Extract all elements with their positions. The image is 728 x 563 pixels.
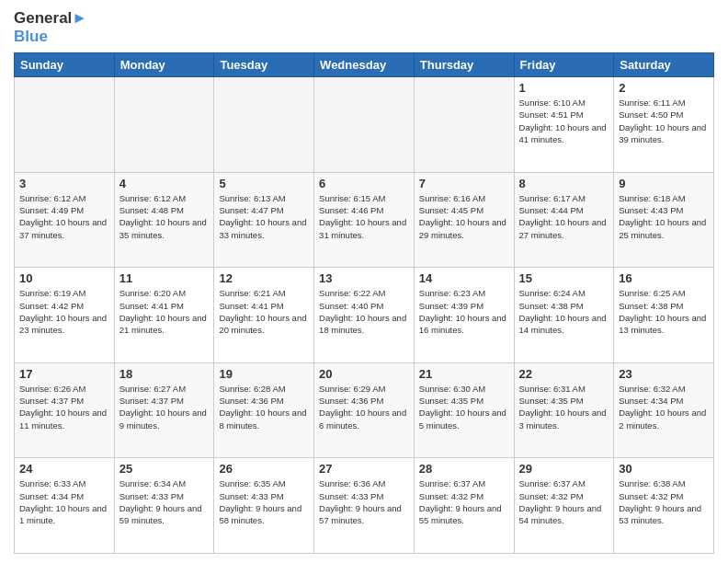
day-number: 27	[319, 462, 409, 476]
day-cell: 6Sunrise: 6:15 AM Sunset: 4:46 PM Daylig…	[314, 172, 415, 268]
day-number: 17	[19, 367, 109, 381]
day-info: Sunrise: 6:35 AM Sunset: 4:33 PM Dayligh…	[219, 477, 309, 526]
day-cell: 4Sunrise: 6:12 AM Sunset: 4:48 PM Daylig…	[114, 172, 214, 268]
day-cell: 13Sunrise: 6:22 AM Sunset: 4:40 PM Dayli…	[314, 268, 415, 363]
day-info: Sunrise: 6:12 AM Sunset: 4:48 PM Dayligh…	[119, 192, 210, 241]
day-number: 30	[619, 462, 709, 476]
day-number: 19	[219, 367, 309, 381]
day-info: Sunrise: 6:38 AM Sunset: 4:32 PM Dayligh…	[619, 477, 709, 526]
day-cell: 19Sunrise: 6:28 AM Sunset: 4:36 PM Dayli…	[214, 362, 314, 458]
day-number: 16	[619, 271, 709, 285]
weekday-header-friday: Friday	[514, 53, 614, 77]
weekday-header-thursday: Thursday	[414, 53, 514, 77]
day-cell	[414, 77, 514, 173]
day-number: 1	[519, 81, 609, 95]
day-info: Sunrise: 6:12 AM Sunset: 4:49 PM Dayligh…	[19, 192, 109, 241]
weekday-header-wednesday: Wednesday	[314, 53, 415, 77]
day-cell: 8Sunrise: 6:17 AM Sunset: 4:44 PM Daylig…	[514, 172, 614, 268]
day-info: Sunrise: 6:25 AM Sunset: 4:38 PM Dayligh…	[619, 287, 709, 336]
day-cell: 3Sunrise: 6:12 AM Sunset: 4:49 PM Daylig…	[15, 172, 115, 268]
week-row-5: 24Sunrise: 6:33 AM Sunset: 4:34 PM Dayli…	[15, 458, 714, 554]
day-number: 22	[519, 367, 609, 381]
day-cell: 2Sunrise: 6:11 AM Sunset: 4:50 PM Daylig…	[614, 77, 714, 173]
day-info: Sunrise: 6:15 AM Sunset: 4:46 PM Dayligh…	[319, 192, 409, 241]
day-cell	[214, 77, 314, 173]
calendar-table: SundayMondayTuesdayWednesdayThursdayFrid…	[14, 52, 714, 554]
day-info: Sunrise: 6:17 AM Sunset: 4:44 PM Dayligh…	[519, 192, 609, 241]
week-row-4: 17Sunrise: 6:26 AM Sunset: 4:37 PM Dayli…	[15, 362, 714, 458]
day-info: Sunrise: 6:28 AM Sunset: 4:36 PM Dayligh…	[219, 383, 309, 431]
day-info: Sunrise: 6:21 AM Sunset: 4:41 PM Dayligh…	[219, 287, 309, 336]
day-number: 28	[419, 462, 509, 476]
day-info: Sunrise: 6:11 AM Sunset: 4:50 PM Dayligh…	[619, 97, 709, 145]
day-cell	[15, 77, 115, 173]
day-number: 29	[519, 462, 609, 476]
day-cell: 29Sunrise: 6:37 AM Sunset: 4:32 PM Dayli…	[514, 458, 614, 554]
day-number: 3	[19, 177, 109, 190]
day-number: 11	[119, 271, 210, 285]
day-cell: 9Sunrise: 6:18 AM Sunset: 4:43 PM Daylig…	[614, 172, 714, 268]
page: General► Blue SundayMondayTuesdayWednesd…	[0, 0, 728, 563]
day-number: 10	[19, 271, 109, 285]
day-cell: 27Sunrise: 6:36 AM Sunset: 4:33 PM Dayli…	[314, 458, 415, 554]
day-cell: 11Sunrise: 6:20 AM Sunset: 4:41 PM Dayli…	[114, 268, 214, 363]
day-cell: 7Sunrise: 6:16 AM Sunset: 4:45 PM Daylig…	[414, 172, 514, 268]
day-cell: 21Sunrise: 6:30 AM Sunset: 4:35 PM Dayli…	[414, 362, 514, 458]
day-number: 21	[419, 367, 509, 381]
day-cell: 23Sunrise: 6:32 AM Sunset: 4:34 PM Dayli…	[614, 362, 714, 458]
week-row-1: 1Sunrise: 6:10 AM Sunset: 4:51 PM Daylig…	[15, 77, 714, 173]
day-info: Sunrise: 6:33 AM Sunset: 4:34 PM Dayligh…	[19, 477, 109, 526]
day-cell: 18Sunrise: 6:27 AM Sunset: 4:37 PM Dayli…	[114, 362, 214, 458]
day-cell: 15Sunrise: 6:24 AM Sunset: 4:38 PM Dayli…	[514, 268, 614, 363]
day-info: Sunrise: 6:27 AM Sunset: 4:37 PM Dayligh…	[119, 383, 210, 431]
day-cell: 17Sunrise: 6:26 AM Sunset: 4:37 PM Dayli…	[15, 362, 115, 458]
day-info: Sunrise: 6:32 AM Sunset: 4:34 PM Dayligh…	[619, 383, 709, 431]
day-cell: 14Sunrise: 6:23 AM Sunset: 4:39 PM Dayli…	[414, 268, 514, 363]
day-info: Sunrise: 6:10 AM Sunset: 4:51 PM Dayligh…	[519, 97, 609, 145]
day-number: 24	[19, 462, 109, 476]
day-cell: 26Sunrise: 6:35 AM Sunset: 4:33 PM Dayli…	[214, 458, 314, 554]
day-number: 25	[119, 462, 210, 476]
day-info: Sunrise: 6:36 AM Sunset: 4:33 PM Dayligh…	[319, 477, 409, 526]
week-row-3: 10Sunrise: 6:19 AM Sunset: 4:42 PM Dayli…	[15, 268, 714, 363]
day-info: Sunrise: 6:22 AM Sunset: 4:40 PM Dayligh…	[319, 287, 409, 336]
day-number: 5	[219, 177, 309, 190]
day-number: 7	[419, 177, 509, 190]
day-info: Sunrise: 6:37 AM Sunset: 4:32 PM Dayligh…	[419, 477, 509, 526]
day-info: Sunrise: 6:24 AM Sunset: 4:38 PM Dayligh…	[519, 287, 609, 336]
day-cell: 16Sunrise: 6:25 AM Sunset: 4:38 PM Dayli…	[614, 268, 714, 363]
logo-text: General► Blue	[14, 9, 87, 45]
day-cell: 10Sunrise: 6:19 AM Sunset: 4:42 PM Dayli…	[15, 268, 115, 363]
day-cell: 20Sunrise: 6:29 AM Sunset: 4:36 PM Dayli…	[314, 362, 415, 458]
day-cell: 1Sunrise: 6:10 AM Sunset: 4:51 PM Daylig…	[514, 77, 614, 173]
week-row-2: 3Sunrise: 6:12 AM Sunset: 4:49 PM Daylig…	[15, 172, 714, 268]
day-info: Sunrise: 6:29 AM Sunset: 4:36 PM Dayligh…	[319, 383, 409, 431]
day-number: 23	[619, 367, 709, 381]
day-cell: 12Sunrise: 6:21 AM Sunset: 4:41 PM Dayli…	[214, 268, 314, 363]
weekday-header-monday: Monday	[114, 53, 214, 77]
day-cell: 5Sunrise: 6:13 AM Sunset: 4:47 PM Daylig…	[214, 172, 314, 268]
day-number: 2	[619, 81, 709, 95]
weekday-header-saturday: Saturday	[614, 53, 714, 77]
day-number: 8	[519, 177, 609, 190]
day-number: 18	[119, 367, 210, 381]
day-info: Sunrise: 6:31 AM Sunset: 4:35 PM Dayligh…	[519, 383, 609, 431]
day-cell: 30Sunrise: 6:38 AM Sunset: 4:32 PM Dayli…	[614, 458, 714, 554]
day-info: Sunrise: 6:30 AM Sunset: 4:35 PM Dayligh…	[419, 383, 509, 431]
day-number: 9	[619, 177, 709, 190]
day-cell	[314, 77, 415, 173]
day-cell: 24Sunrise: 6:33 AM Sunset: 4:34 PM Dayli…	[15, 458, 115, 554]
day-info: Sunrise: 6:34 AM Sunset: 4:33 PM Dayligh…	[119, 477, 210, 526]
weekday-header-row: SundayMondayTuesdayWednesdayThursdayFrid…	[15, 53, 714, 77]
day-number: 4	[119, 177, 210, 190]
day-number: 20	[319, 367, 409, 381]
day-number: 12	[219, 271, 309, 285]
day-cell: 25Sunrise: 6:34 AM Sunset: 4:33 PM Dayli…	[114, 458, 214, 554]
day-cell: 28Sunrise: 6:37 AM Sunset: 4:32 PM Dayli…	[414, 458, 514, 554]
day-info: Sunrise: 6:16 AM Sunset: 4:45 PM Dayligh…	[419, 192, 509, 241]
day-number: 13	[319, 271, 409, 285]
day-info: Sunrise: 6:18 AM Sunset: 4:43 PM Dayligh…	[619, 192, 709, 241]
day-info: Sunrise: 6:37 AM Sunset: 4:32 PM Dayligh…	[519, 477, 609, 526]
day-number: 15	[519, 271, 609, 285]
weekday-header-tuesday: Tuesday	[214, 53, 314, 77]
